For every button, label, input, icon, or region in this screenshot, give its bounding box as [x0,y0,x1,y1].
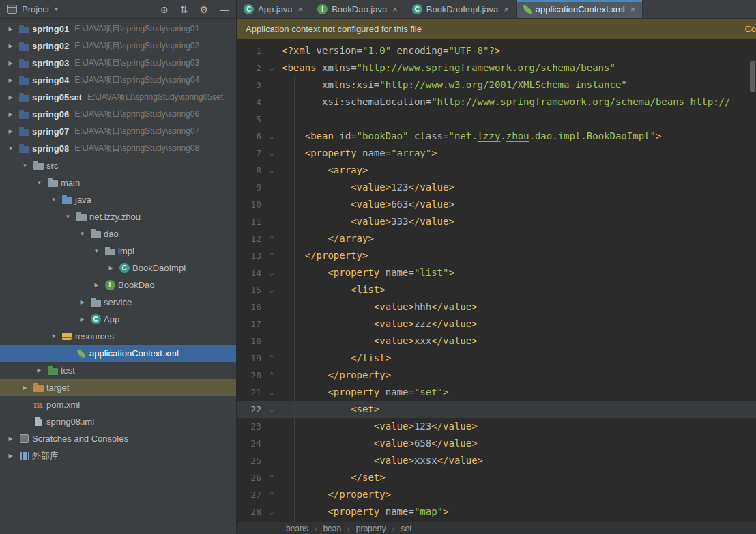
tree-item-net-lzzy-zhou[interactable]: ▼net.lzzy.zhou [0,208,236,225]
code-line[interactable]: 27⌃ </property> [237,486,756,503]
tree-item-src[interactable]: ▼src [0,157,236,174]
tree-item-impl[interactable]: ▼impl [0,242,236,259]
fold-open-icon[interactable]: ⌄ [261,162,282,179]
collapse-all-icon[interactable]: ⇅ [180,4,188,15]
code-line[interactable]: 16 <value>hhh</value> [237,298,756,315]
chevron-down-icon[interactable]: ▼ [53,6,59,12]
tree-item-spring05set[interactable]: ▶spring05setE:\JAVA项目\springStudy\spring… [0,89,236,106]
code-line[interactable]: 10 <value>663</value> [237,196,756,213]
chevron-right-icon[interactable]: ▶ [18,384,31,391]
tab-applicationcontext-xml[interactable]: applicationContext.xml× [517,0,643,18]
chevron-right-icon[interactable]: ▶ [33,367,46,374]
chevron-right-icon[interactable]: ▶ [4,77,17,83]
code-line[interactable]: 1<?xml version="1.0" encoding="UTF-8"?> [237,42,756,59]
chevron-right-icon[interactable]: ▶ [104,265,117,271]
chevron-right-icon[interactable]: ▶ [4,436,17,442]
code-line[interactable]: 2⌄<beans xmlns="http://www.springframewo… [237,59,756,76]
fold-open-icon[interactable]: ⌄ [261,264,282,281]
chevron-right-icon[interactable]: ▶ [4,111,17,117]
fold-close-icon[interactable]: ⌃ [261,350,282,367]
fold-open-icon[interactable]: ⌄ [261,384,282,401]
fold-open-icon[interactable]: ⌄ [261,128,282,145]
hide-panel-icon[interactable]: — [220,4,229,15]
code-line[interactable]: 14⌄ <property name="list"> [237,264,756,281]
code-line[interactable]: 12⌃ </array> [237,230,756,247]
chevron-down-icon[interactable]: ▼ [76,231,89,237]
breadcrumb-bean[interactable]: bean [323,524,341,533]
fold-close-icon[interactable]: ⌃ [261,367,282,384]
chevron-down-icon[interactable]: ▼ [47,333,60,339]
close-icon[interactable]: × [504,4,509,14]
locate-icon[interactable]: ⊕ [160,4,169,15]
fold-open-icon[interactable]: ⌄ [261,59,282,76]
fold-close-icon[interactable]: ⌃ [261,469,282,486]
tree-item-spring08-iml[interactable]: spring08.iml [0,413,236,430]
breadcrumb-beans[interactable]: beans [286,524,308,533]
code-line[interactable]: 5 [237,111,756,128]
tree-item-bookdaoimpl[interactable]: ▶CBookDaoImpl [0,259,236,277]
code-line[interactable]: 24 <value>658</value> [237,435,756,452]
code-line[interactable]: 22⌄ <set> [237,401,756,418]
close-icon[interactable]: × [630,4,636,14]
code-line[interactable]: 8⌄ <array> [237,162,756,179]
code-line[interactable]: 25 <value>xxsx</value> [237,452,756,469]
chevron-down-icon[interactable]: ▼ [61,214,74,220]
tree-item-main[interactable]: ▼main [0,174,236,191]
tab-bookdaoimpl-java[interactable]: CBookDaoImpl.java× [405,0,517,18]
tree-item-spring04[interactable]: ▶spring04E:\JAVA项目\springStudy\spring04 [0,72,236,89]
tree-item-applicationcontext-xml[interactable]: applicationContext.xml [0,345,236,362]
chevron-right-icon[interactable]: ▶ [4,453,17,459]
tree-item-resources[interactable]: ▼resources [0,328,236,345]
chevron-right-icon[interactable]: ▶ [90,282,103,288]
tree-item-service[interactable]: ▶service [0,294,236,311]
close-icon[interactable]: × [298,4,304,14]
code-line[interactable]: 6⌄ <bean id="bookDao" class="net.lzzy.zh… [237,128,756,145]
code-line[interactable]: 7⌄ <property name="array"> [237,145,756,162]
code-line[interactable]: 21⌄ <property name="set"> [237,384,756,401]
chevron-down-icon[interactable]: ▼ [33,180,46,186]
code-line[interactable]: 9 <value>123</value> [237,179,756,196]
tree-item-pom-xml[interactable]: mpom.xml [0,396,236,413]
tree-item-dao[interactable]: ▼dao [0,225,236,242]
code-line[interactable]: 4 xsi:schemaLocation="http://www.springf… [237,94,756,111]
chevron-right-icon[interactable]: ▶ [76,299,89,305]
chevron-right-icon[interactable]: ▶ [4,94,17,100]
chevron-right-icon[interactable]: ▶ [4,128,17,135]
code-line[interactable]: 23 <value>123</value> [237,418,756,435]
chevron-right-icon[interactable]: ▶ [4,43,17,49]
fold-open-icon[interactable]: ⌄ [261,503,282,520]
chevron-right-icon[interactable]: ▶ [76,316,89,322]
fold-open-icon[interactable]: ⌄ [261,281,282,298]
tree-item-java[interactable]: ▼java [0,191,236,208]
code-line[interactable]: 15⌄ <list> [237,281,756,298]
code-editor[interactable]: 1<?xml version="1.0" encoding="UTF-8"?>2… [237,39,756,522]
project-dropdown[interactable]: Project [22,4,49,14]
tab-app-java[interactable]: CApp.java× [237,0,310,18]
settings-icon[interactable]: ⚙ [199,4,208,15]
chevron-down-icon[interactable]: ▼ [90,248,103,254]
tree-item-spring06[interactable]: ▶spring06E:\JAVA项目\springStudy\spring06 [0,106,236,123]
tree-item-spring01[interactable]: ▶spring01E:\JAVA项目\springStudy\spring01 [0,20,236,38]
tree-item-spring02[interactable]: ▶spring02E:\JAVA项目\springStudy\spring02 [0,38,236,55]
code-line[interactable]: 17 <value>zzz</value> [237,315,756,333]
code-line[interactable]: 28⌄ <property name="map"> [237,503,756,520]
chevron-right-icon[interactable]: ▶ [4,60,17,66]
fold-close-icon[interactable]: ⌃ [261,486,282,503]
close-icon[interactable]: × [392,4,398,14]
chevron-down-icon[interactable]: ▼ [18,163,31,169]
tree-item-test[interactable]: ▶test [0,362,236,379]
vertical-scrollbar[interactable] [750,61,755,92]
fold-open-icon[interactable]: ⌄ [261,145,282,162]
fold-close-icon[interactable]: ⌃ [261,247,282,264]
code-line[interactable]: 26⌃ </set> [237,469,756,486]
chevron-right-icon[interactable]: ▶ [4,26,17,32]
fold-close-icon[interactable]: ⌃ [261,230,282,247]
configure-context-link[interactable]: Co [744,24,756,34]
breadcrumb-set[interactable]: set [401,524,411,533]
tree-item-spring07[interactable]: ▶spring07E:\JAVA项目\springStudy\spring07 [0,123,236,140]
breadcrumb-property[interactable]: property [356,524,386,533]
code-line[interactable]: 19⌃ </list> [237,350,756,367]
code-line[interactable]: 18 <value>xxx</value> [237,333,756,350]
code-line[interactable]: 20⌃ </property> [237,367,756,384]
tree-item-item[interactable]: ▶外部库 [0,447,236,464]
